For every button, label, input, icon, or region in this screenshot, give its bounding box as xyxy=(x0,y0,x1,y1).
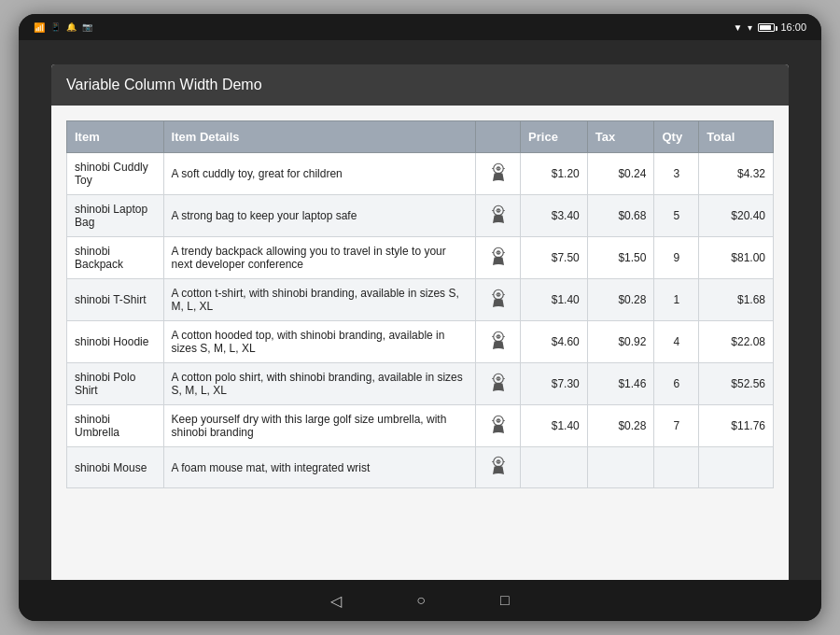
cell-qty: 1 xyxy=(654,279,699,321)
cell-details: Keep yourself dry with this large golf s… xyxy=(163,405,476,447)
svg-rect-29 xyxy=(496,377,501,379)
cell-details: A cotton polo shirt, with shinobi brandi… xyxy=(163,363,476,405)
table-row: shinobi Polo Shirt A cotton polo shirt, … xyxy=(67,363,774,405)
notification-icon: 🔔 xyxy=(66,22,77,32)
sim-icon: 📶 xyxy=(34,22,45,33)
svg-rect-34 xyxy=(496,419,501,421)
table-row: shinobi Mouse A foam mouse mat, with int… xyxy=(67,447,774,488)
status-bar: 📶 📱 🔔 📷 ▼ ▾ 16:00 xyxy=(19,14,821,40)
recents-button[interactable]: □ xyxy=(500,592,510,609)
cell-tax: $0.92 xyxy=(587,321,654,363)
cell-tax: $0.68 xyxy=(587,195,654,237)
svg-rect-24 xyxy=(496,335,501,337)
table-content[interactable]: Item Item Details Price Tax Qty Total sh… xyxy=(51,106,789,597)
cell-tax: $0.28 xyxy=(587,405,654,447)
product-table: Item Item Details Price Tax Qty Total sh… xyxy=(66,120,774,488)
cell-details: A soft cuddly toy, great for children xyxy=(163,153,476,195)
home-button[interactable]: ○ xyxy=(416,592,426,609)
cell-details: A cotton hooded top, with shinobi brandi… xyxy=(163,321,476,363)
cell-item: shinobi Polo Shirt xyxy=(67,363,164,405)
cell-icon xyxy=(476,279,521,321)
cell-icon xyxy=(476,363,521,405)
svg-rect-14 xyxy=(496,251,501,253)
cell-price: $1.20 xyxy=(521,153,588,195)
cell-price: $7.30 xyxy=(521,363,588,405)
tablet-device: 📶 📱 🔔 📷 ▼ ▾ 16:00 Variable Column Width … xyxy=(19,14,821,621)
cell-total: $11.76 xyxy=(699,405,774,447)
svg-rect-39 xyxy=(496,461,501,463)
cell-total: $20.40 xyxy=(699,195,774,237)
header-qty: Qty xyxy=(654,121,699,153)
table-row: shinobi T-Shirt A cotton t-shirt, with s… xyxy=(67,279,774,321)
cell-icon xyxy=(476,405,521,447)
table-row: shinobi Hoodie A cotton hooded top, with… xyxy=(67,321,774,363)
cell-icon xyxy=(476,321,521,363)
cell-total: $1.68 xyxy=(699,279,774,321)
cell-item: shinobi Mouse xyxy=(67,447,164,488)
screen: Variable Column Width Demo Item Item Det… xyxy=(51,64,789,597)
header-icon xyxy=(476,121,521,153)
cell-details: A trendy backpack allowing you to travel… xyxy=(163,237,476,279)
status-right-icons: ▼ ▾ 16:00 xyxy=(734,21,806,33)
cell-total xyxy=(699,447,774,488)
cell-qty: 6 xyxy=(654,363,699,405)
cell-item: shinobi Hoodie xyxy=(67,321,164,363)
time-display: 16:00 xyxy=(780,21,806,33)
status-left-icons: 📶 📱 🔔 📷 xyxy=(34,22,92,33)
battery-icon xyxy=(758,23,775,32)
cell-details: A strong bag to keep your laptop safe xyxy=(163,195,476,237)
cell-total: $81.00 xyxy=(699,237,774,279)
cell-icon xyxy=(476,447,521,488)
cell-qty: 4 xyxy=(654,321,699,363)
svg-rect-19 xyxy=(496,293,501,295)
cell-tax xyxy=(587,447,654,488)
cell-item: shinobi Umbrella xyxy=(67,405,164,447)
cell-tax: $0.28 xyxy=(587,279,654,321)
cell-qty xyxy=(654,447,699,488)
svg-rect-4 xyxy=(496,167,501,169)
header-details: Item Details xyxy=(163,121,476,153)
cell-price: $1.40 xyxy=(521,279,588,321)
cell-total: $22.08 xyxy=(699,321,774,363)
camera-icon: 📷 xyxy=(82,22,92,32)
cell-item: shinobi Laptop Bag xyxy=(67,195,164,237)
table-row: shinobi Laptop Bag A strong bag to keep … xyxy=(67,195,774,237)
header-total: Total xyxy=(699,121,774,153)
wifi-icon: ▼ xyxy=(734,22,743,33)
cell-qty: 9 xyxy=(654,237,699,279)
table-row: shinobi Backpack A trendy backpack allow… xyxy=(67,237,774,279)
header-tax: Tax xyxy=(587,121,654,153)
cell-qty: 5 xyxy=(654,195,699,237)
cell-total: $4.32 xyxy=(699,153,774,195)
signal-icon: ▾ xyxy=(748,22,752,33)
svg-rect-9 xyxy=(496,209,501,211)
phone-icon: 📱 xyxy=(50,22,61,32)
cell-details: A foam mouse mat, with integrated wrist xyxy=(163,447,476,488)
cell-item: shinobi Cuddly Toy xyxy=(67,153,164,195)
cell-details: A cotton t-shirt, with shinobi branding,… xyxy=(163,279,476,321)
cell-tax: $0.24 xyxy=(587,153,654,195)
cell-price: $3.40 xyxy=(521,195,588,237)
table-row: shinobi Umbrella Keep yourself dry with … xyxy=(67,405,774,447)
bottom-nav: ◁ ○ □ xyxy=(19,580,821,621)
cell-price: $7.50 xyxy=(521,237,588,279)
cell-tax: $1.46 xyxy=(587,363,654,405)
cell-icon xyxy=(476,153,521,195)
cell-item: shinobi T-Shirt xyxy=(67,279,164,321)
cell-qty: 7 xyxy=(654,405,699,447)
cell-total: $52.56 xyxy=(699,363,774,405)
header-item: Item xyxy=(67,121,164,153)
cell-icon xyxy=(476,237,521,279)
cell-icon xyxy=(476,195,521,237)
cell-price: $4.60 xyxy=(521,321,588,363)
back-button[interactable]: ◁ xyxy=(330,592,342,610)
table-row: shinobi Cuddly Toy A soft cuddly toy, gr… xyxy=(67,153,774,195)
app-bar: Variable Column Width Demo xyxy=(51,64,789,106)
table-header-row: Item Item Details Price Tax Qty Total xyxy=(67,121,774,153)
header-price: Price xyxy=(521,121,588,153)
cell-qty: 3 xyxy=(654,153,699,195)
cell-price: $1.40 xyxy=(521,405,588,447)
cell-item: shinobi Backpack xyxy=(67,237,164,279)
cell-price xyxy=(521,447,588,488)
app-title: Variable Column Width Demo xyxy=(66,77,262,93)
